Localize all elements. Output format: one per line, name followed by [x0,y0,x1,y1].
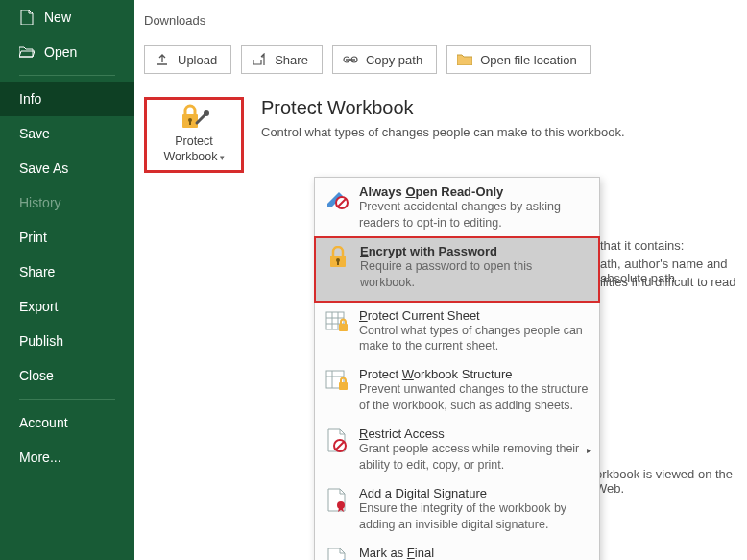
svg-point-15 [337,501,345,509]
obscured-text: that it contains: [600,238,684,253]
sidebar-label: Print [19,230,47,245]
sidebar-label: Account [19,415,68,430]
menu-item-read-only[interactable]: Always Open Read-Only Prevent accidental… [315,178,599,237]
doc-ribbon-icon [325,486,349,533]
svg-rect-9 [337,261,339,265]
lock-icon [325,244,350,291]
toolbar: Upload Share Copy path Open file locatio… [144,45,737,74]
button-line1: Protect [175,134,213,148]
menu-item-protect-structure[interactable]: Protect Workbook Structure Prevent unwan… [315,360,599,420]
menu-item-digital-signature[interactable]: Add a Digital Signature Ensure the integ… [315,479,599,539]
sidebar-item-new[interactable]: New [0,0,134,35]
button-label: Share [275,53,308,67]
divider [19,399,115,400]
chevron-down-icon: ▾ [220,153,225,162]
share-button[interactable]: Share [241,45,323,74]
submenu-arrow-icon: ▸ [587,444,591,454]
sheet-lock-icon [325,308,349,355]
sidebar-label: Save [19,126,50,141]
sidebar-item-close[interactable]: Close [0,358,134,393]
doc-pencil-icon [325,546,349,561]
svg-point-5 [204,110,209,116]
sidebar-item-open[interactable]: Open [0,35,134,69]
menu-item-protect-sheet[interactable]: Protect Current Sheet Control what types… [315,302,599,361]
protect-workbook-menu: Always Open Read-Only Prevent accidental… [314,177,600,560]
sidebar-item-info[interactable]: Info [0,82,134,116]
sidebar-item-save[interactable]: Save [0,116,134,151]
folder-open-icon [19,44,35,60]
sidebar-label: Close [19,368,54,383]
sidebar-label: Export [19,299,58,314]
sidebar-label: Info [19,91,41,107]
sidebar-item-export[interactable]: Export [0,289,134,324]
button-label: Open file location [480,53,576,67]
obscured-text: orkbook is viewed on the Web. [595,467,747,496]
sidebar-item-print[interactable]: Print [0,220,134,255]
svg-rect-4 [189,121,191,125]
sidebar-item-save-as[interactable]: Save As [0,151,134,185]
sidebar-label: New [44,10,71,25]
protect-workbook-button[interactable]: Protect Workbook▾ [153,104,235,164]
button-label: Copy path [366,53,422,67]
sidebar-label: Publish [19,333,63,349]
pencil-prohibit-icon [325,184,349,231]
sidebar-label: Share [19,264,55,280]
sidebar-item-share[interactable]: Share [0,255,134,289]
svg-rect-13 [339,382,348,390]
doc-prohibit-icon [325,426,349,474]
upload-button[interactable]: Upload [144,45,231,74]
link-icon [343,52,358,67]
sidebar-label: History [19,195,61,210]
highlight-box: Protect Workbook▾ [144,97,244,173]
button-line2: Workbook [163,150,217,163]
sidebar-item-history: History [0,185,134,220]
sidebar-label: More... [19,450,61,465]
svg-rect-11 [339,324,348,331]
menu-item-encrypt-password[interactable]: Encrypt with Password Require a password… [314,236,600,303]
protect-section: Protect Workbook▾ Protect Workbook Contr… [144,97,737,173]
breadcrumb: Downloads [144,13,737,28]
menu-item-restrict-access[interactable]: Restrict Access Grant people access whil… [315,420,599,479]
copy-path-button[interactable]: Copy path [332,45,437,74]
divider [19,75,115,76]
upload-icon [155,52,170,67]
backstage-sidebar: New Open Info Save Save As History Print… [0,0,134,560]
share-icon [252,52,267,67]
open-file-location-button[interactable]: Open file location [446,45,590,74]
obscured-text: ilities find difficult to read [600,275,735,289]
menu-item-mark-final[interactable]: Mark as Final Let readers know the docum… [315,539,599,561]
sidebar-item-more[interactable]: More... [0,440,134,475]
sidebar-label: Save As [19,160,68,176]
lock-key-icon [153,104,235,131]
sidebar-item-account[interactable]: Account [0,405,134,440]
section-body: Protect Workbook Control what types of c… [261,97,625,173]
workbook-lock-icon [325,367,349,414]
button-label: Upload [178,53,217,67]
folder-icon [457,52,472,67]
file-icon [19,10,35,25]
section-desc: Control what types of changes people can… [261,125,625,139]
section-title: Protect Workbook [261,97,625,119]
info-pane: Downloads Upload Share Copy path Open fi… [134,0,747,560]
sidebar-item-publish[interactable]: Publish [0,324,134,358]
sidebar-label: Open [44,44,77,60]
